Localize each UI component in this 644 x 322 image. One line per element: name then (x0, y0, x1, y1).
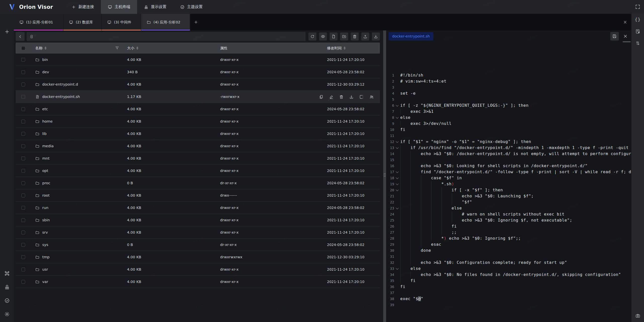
row-checkbox[interactable] (21, 194, 25, 197)
trash-icon[interactable] (339, 95, 344, 99)
table-row[interactable]: run4.00 KBdrwxr-xr-x2024-05-28 23:58:02 (16, 202, 380, 214)
column-header-time[interactable]: 修改时间 (325, 43, 380, 54)
move-icon[interactable] (359, 95, 364, 99)
table-row[interactable]: home4.00 KBdrwxr-xr-x2021-11-24 17:20:10 (16, 115, 380, 128)
braces-icon[interactable]: {} (635, 17, 640, 22)
fold-toggle-icon[interactable] (394, 175, 400, 181)
table-row[interactable]: tmp4.00 KBdrwxrwxrwx2021-12-30 03:29:10 (16, 251, 380, 263)
table-row[interactable]: mnt4.00 KBdrwxr-xr-x2021-11-24 17:20:10 (16, 152, 380, 165)
table-row[interactable]: media4.00 KBdrwxr-xr-x2021-11-24 17:20:1… (16, 140, 380, 152)
editor-scrollbar-thumb[interactable] (623, 41, 631, 42)
row-checkbox[interactable] (21, 70, 25, 74)
file-name-cell: media (31, 144, 126, 148)
fold-toggle-icon[interactable] (394, 145, 400, 151)
palette-icon[interactable] (4, 298, 10, 303)
new-file-button[interactable] (330, 32, 338, 41)
table-row[interactable]: bin4.00 KBdrwxr-xr-x2021-11-24 17:20:10 (16, 54, 380, 66)
back-button[interactable] (16, 32, 25, 41)
table-row[interactable]: sys0 Bdr-xr-xr-x2024-05-28 23:58:02 (16, 239, 380, 251)
panel-resize-handle[interactable] (383, 30, 386, 322)
file-size-cell: 4.00 KB (126, 206, 219, 210)
row-checkbox[interactable] (21, 181, 25, 185)
table-row[interactable]: dev340 Bdrwxr-xr-x2024-05-28 23:58:02 (16, 66, 380, 78)
table-row[interactable]: lib4.00 KBdrwxr-xr-x2021-11-24 17:20:10 (16, 128, 380, 140)
download-icon[interactable] (349, 95, 354, 99)
row-checkbox[interactable] (21, 280, 25, 284)
row-checkbox[interactable] (21, 218, 25, 222)
refresh-button[interactable] (308, 32, 316, 41)
row-checkbox[interactable] (21, 58, 25, 62)
folder-icon (35, 181, 39, 185)
doc-bookmark-icon[interactable] (635, 29, 640, 34)
nav-item-display-settings[interactable]: 显示设置 (137, 0, 173, 14)
editor-file-tab[interactable]: docker-entrypoint.sh (389, 32, 433, 41)
copy-icon[interactable] (319, 95, 324, 99)
tab-3[interactable]: (3) 中间件 (102, 14, 141, 30)
sort-arrows-icon[interactable] (344, 47, 346, 50)
fold-toggle-icon[interactable] (394, 139, 400, 145)
path-input[interactable] (27, 32, 306, 41)
column-header-name[interactable]: 名称 (31, 43, 126, 54)
row-checkbox[interactable] (21, 231, 25, 234)
camera-icon[interactable] (635, 313, 640, 318)
nav-item-new-connection[interactable]: 新建连接 (65, 0, 101, 14)
table-row[interactable]: root4.00 KBdrwx------2021-11-24 17:20:10 (16, 189, 380, 202)
row-checkbox[interactable] (21, 107, 25, 111)
row-checkbox[interactable] (21, 83, 25, 86)
editor-code-area[interactable]: 1#!/bin/sh2# vim:sw=4:ts=4:et34set -e56i… (386, 72, 631, 308)
table-row[interactable]: etc4.00 KBdrwxr-xr-x2024-05-28 23:58:02 (16, 103, 380, 115)
swap-icon[interactable] (635, 41, 640, 46)
fold-toggle-icon[interactable] (394, 205, 400, 211)
table-row[interactable]: var4.00 KBdrwxr-xr-x2021-11-24 17:20:10 (16, 276, 380, 288)
download-button[interactable] (372, 32, 380, 41)
table-row[interactable]: sbin4.00 KBdrwxr-xr-x2021-11-24 17:20:10 (16, 214, 380, 226)
row-checkbox[interactable] (21, 255, 25, 259)
row-checkbox[interactable] (21, 157, 25, 160)
close-icon[interactable] (623, 34, 628, 39)
gear-icon[interactable] (4, 311, 10, 317)
nav-item-theme-settings[interactable]: 主题设置 (173, 0, 210, 14)
select-all-checkbox[interactable] (21, 46, 25, 50)
row-checkbox[interactable] (21, 243, 25, 247)
row-checkbox[interactable] (21, 268, 25, 271)
command-icon[interactable] (4, 271, 10, 276)
close-panel-icon[interactable] (623, 20, 627, 24)
column-header-size[interactable]: 大小 (126, 43, 219, 54)
fold-toggle-icon[interactable] (394, 115, 400, 121)
fold-toggle-icon[interactable] (394, 169, 400, 175)
table-row[interactable]: opt4.00 KBdrwxr-xr-x2021-11-24 17:20:10 (16, 165, 380, 177)
tab-2[interactable]: (2) 数据库 (63, 14, 101, 30)
permission-icon[interactable] (369, 95, 374, 99)
eye-button[interactable] (319, 32, 327, 41)
table-row[interactable]: docker-entrypoint.sh1.17 KB-rwxrwxr-x (16, 91, 380, 103)
stamp-icon[interactable] (4, 284, 10, 290)
edit-icon[interactable] (329, 95, 334, 99)
fold-toggle-icon[interactable] (394, 181, 400, 187)
table-row[interactable]: srv4.00 KBdrwxr-xr-x2021-11-24 17:20:10 (16, 226, 380, 239)
row-checkbox[interactable] (21, 120, 25, 123)
fold-toggle-icon[interactable] (394, 187, 400, 193)
table-row[interactable]: docker-entrypoint.d4.00 KBdrwxr-xr-x2021… (16, 78, 380, 91)
fold-toggle-icon[interactable] (394, 102, 400, 109)
upload-button[interactable] (361, 32, 369, 41)
row-checkbox[interactable] (21, 95, 25, 99)
fullscreen-icon[interactable] (635, 4, 640, 10)
table-row[interactable]: usr4.00 KBdrwxr-xr-x2021-11-24 17:20:10 (16, 263, 380, 276)
tab-4[interactable]: (4) 应用-分析02 (141, 14, 190, 30)
new-tab-button[interactable] (190, 14, 202, 30)
row-checkbox[interactable] (21, 144, 25, 148)
sort-arrows-icon[interactable] (45, 47, 47, 50)
filter-icon[interactable] (115, 46, 119, 50)
row-checkbox[interactable] (21, 169, 25, 173)
save-icon[interactable] (610, 32, 619, 41)
tab-1[interactable]: (1) 应用-分析01 (14, 14, 63, 30)
row-checkbox[interactable] (21, 206, 25, 210)
new-folder-button[interactable] (340, 32, 348, 41)
trash-button[interactable] (351, 32, 359, 41)
sort-arrows-icon[interactable] (136, 47, 138, 50)
fold-toggle-icon[interactable] (394, 266, 400, 272)
table-row[interactable]: proc0 Bdr-xr-xr-x2024-05-28 23:58:02 (16, 177, 380, 189)
plus-icon[interactable] (4, 29, 10, 34)
row-checkbox[interactable] (21, 132, 25, 136)
nav-item-host-terminal[interactable]: 主机终端 (101, 0, 137, 14)
